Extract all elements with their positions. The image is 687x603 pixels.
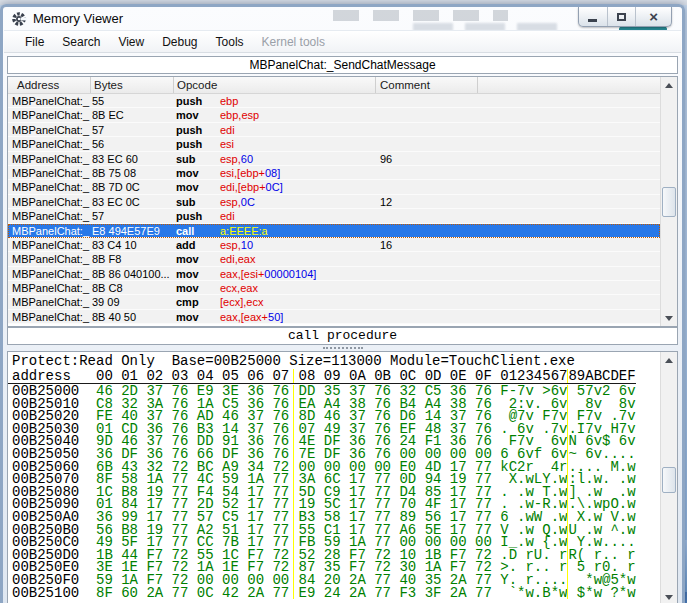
- row-bytes: 8B 40 50: [92, 310, 174, 324]
- row-mnemonic: mov: [176, 281, 199, 295]
- hexview-scrollbar-thumb[interactable]: [662, 467, 676, 493]
- column-header-opcode[interactable]: Opcode: [174, 77, 376, 93]
- instruction-info-bar: call procedure: [7, 327, 678, 345]
- menu-item[interactable]: Debug: [153, 35, 206, 49]
- symbol-name: MBPanelChat:_SendChatMessage: [249, 58, 435, 72]
- scroll-up-button[interactable]: [661, 352, 677, 368]
- disassembly-row[interactable]: MBPanelChat:_ 83 EC 0C sub esp,0C 12: [8, 195, 660, 209]
- row-mnemonic: mov: [176, 108, 199, 122]
- operand-segment: edi,[ebp+: [220, 181, 266, 193]
- hex-rows: 00B25000 46 2D 37 76 E9 3E 36 76 DD 35 3…: [8, 385, 677, 599]
- disassembly-row[interactable]: MBPanelChat:_ 57 push edi: [8, 209, 660, 223]
- row-address: MBPanelChat:_: [12, 267, 89, 281]
- disassembly-row[interactable]: MBPanelChat:_ 8B 40 50 mov eax,[eax+50]: [8, 310, 660, 324]
- row-bytes: 8B EC: [92, 108, 174, 122]
- symbol-header-bar: MBPanelChat:_SendChatMessage: [7, 56, 678, 74]
- operand-segment: 50]: [268, 311, 283, 323]
- row-operands: edi: [220, 209, 235, 223]
- row-address: MBPanelChat:_: [12, 152, 89, 166]
- row-mnemonic: mov: [176, 180, 199, 194]
- operand-segment: edi: [220, 124, 235, 136]
- hexview-panel[interactable]: Protect:Read Only Base=00B25000 Size=113…: [7, 351, 678, 603]
- maximize-button[interactable]: [607, 7, 636, 26]
- menu-item[interactable]: View: [109, 35, 153, 49]
- operand-segment: 10: [241, 239, 253, 251]
- disassembly-row[interactable]: MBPanelChat:_ 8B 86 040100... mov eax,[e…: [8, 267, 660, 281]
- operand-segment: esp,: [220, 153, 241, 165]
- disassembly-row[interactable]: MBPanelChat:_ 57 push edi: [8, 123, 660, 137]
- disassembly-row[interactable]: MBPanelChat:_ 39 09 cmp [ecx],ecx: [8, 295, 660, 309]
- disassembly-row[interactable]: MBPanelChat:_ 56 push esi: [8, 137, 660, 151]
- row-operands: a:EEEE:a: [220, 224, 268, 238]
- row-bytes: 57: [92, 209, 174, 223]
- disassembly-row[interactable]: MBPanelChat:_ 8B 75 08 mov esi,[ebp+08]: [8, 166, 660, 180]
- hex-header-bytes-group2: 08 09 0A 0B 0C 0D 0E 0F: [293, 369, 491, 383]
- row-operands: ebp: [220, 94, 238, 108]
- hex-column-header: address 00 01 02 03 04 05 06 07 08 09 0A…: [8, 369, 636, 384]
- column-header-empty: [478, 77, 660, 93]
- row-mnemonic: sub: [176, 195, 196, 209]
- title-bar[interactable]: Memory Viewer ×: [3, 7, 682, 30]
- disassembly-row[interactable]: MBPanelChat:_ 8B F8 mov edi,eax: [8, 252, 660, 266]
- disassembly-row[interactable]: MBPanelChat:_ 83 C4 10 add esp,10 16: [8, 238, 660, 252]
- disassembly-row[interactable]: MBPanelChat:_ 55 push ebp: [8, 94, 660, 108]
- disassembly-panel[interactable]: Address Bytes Opcode Comment MBPanelChat…: [7, 76, 678, 327]
- region-info-line: Protect:Read Only Base=00B25000 Size=113…: [8, 352, 677, 368]
- triangle-up-icon: [665, 358, 673, 363]
- row-bytes: 39 09: [92, 295, 174, 309]
- row-mnemonic: cmp: [176, 295, 199, 309]
- hex-header-ascii-group1: 01234567: [500, 369, 567, 383]
- splitter-grip-icon: [323, 347, 363, 349]
- row-address: MBPanelChat:_: [12, 180, 89, 194]
- row-bytes: 83 C4 10: [92, 238, 174, 252]
- row-address: MBPanelChat:_: [12, 94, 89, 108]
- desktop: { "window": { "title": "Memory Viewer", …: [0, 0, 687, 603]
- background-ghost-menu: [333, 10, 508, 21]
- hex-row[interactable]: 00B25100 8F 60 2A 77 0C 42 2A 77 E9 24 2…: [8, 587, 677, 600]
- operand-segment: 0C]: [266, 181, 283, 193]
- disassembly-scrollbar-thumb[interactable]: [662, 187, 676, 217]
- hex-bytes-group1: 8F 60 2A 77 0C 42 2A 77: [96, 587, 289, 600]
- row-comment: 96: [380, 152, 392, 166]
- disassembly-scrollbar[interactable]: [660, 77, 677, 326]
- row-address: MBPanelChat:_: [12, 238, 89, 252]
- operand-segment: a:EEEE:a: [220, 225, 268, 237]
- minimize-button[interactable]: [579, 7, 607, 26]
- row-mnemonic: call: [176, 224, 194, 238]
- scroll-down-button[interactable]: [661, 589, 677, 603]
- row-mnemonic: push: [176, 137, 202, 151]
- hexview-scrollbar[interactable]: [660, 352, 677, 603]
- row-address: MBPanelChat:_: [12, 310, 89, 324]
- cheat-engine-icon: [11, 11, 27, 27]
- row-bytes: 56: [92, 137, 174, 151]
- row-comment: 16: [380, 238, 392, 252]
- column-header-address[interactable]: Address: [8, 77, 91, 93]
- operand-segment: esp,: [220, 196, 241, 208]
- column-header-comment[interactable]: Comment: [376, 77, 478, 93]
- row-address: MBPanelChat:_: [12, 209, 89, 223]
- disassembly-row[interactable]: MBPanelChat:_ 83 EC 60 sub esp,60 96: [8, 152, 660, 166]
- scroll-down-button[interactable]: [661, 310, 677, 326]
- operand-segment: 60: [241, 153, 253, 165]
- menu-item[interactable]: Search: [53, 35, 109, 49]
- row-operands: edi,[ebp+0C]: [220, 180, 283, 194]
- disassembly-row[interactable]: MBPanelChat:_ 8B EC mov ebp,esp: [8, 108, 660, 122]
- menu-item[interactable]: Tools: [207, 35, 253, 49]
- row-operands: ecx,eax: [220, 281, 258, 295]
- background-ghost-text: [413, 23, 563, 30]
- disassembly-row[interactable]: MBPanelChat:_ 8B C8 mov ecx,eax: [8, 281, 660, 295]
- close-button[interactable]: ×: [635, 7, 671, 26]
- memory-viewer-window: Memory Viewer × File Search View Debug T…: [0, 4, 685, 603]
- hex-header-ascii-group2: 89ABCDEF: [567, 369, 635, 383]
- scroll-up-button[interactable]: [661, 77, 677, 93]
- column-header-bytes[interactable]: Bytes: [91, 77, 174, 93]
- hex-header-bytes-group1: 00 01 02 03 04 05 06 07: [96, 369, 289, 383]
- disassembly-row[interactable]: MBPanelChat:_ 8B 7D 0C mov edi,[ebp+0C]: [8, 180, 660, 194]
- row-address: MBPanelChat:_: [12, 295, 89, 309]
- menu-item[interactable]: File: [16, 35, 53, 49]
- disassembly-row[interactable]: MBPanelChat:_ E8 494E57E9 call a:EEEE:a: [8, 224, 660, 238]
- operand-segment: eax,[eax+: [220, 311, 268, 323]
- menu-item[interactable]: Kernel tools: [253, 35, 334, 49]
- row-address: MBPanelChat:_: [12, 108, 89, 122]
- row-operands: edi: [220, 123, 235, 137]
